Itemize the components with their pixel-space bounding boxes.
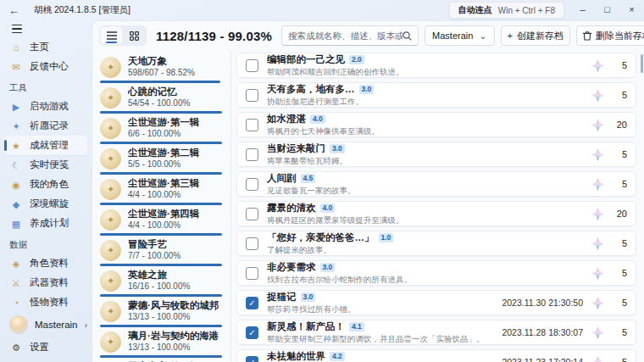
achievement-title: 新灵感！新产品！ [267,321,345,332]
gear-icon: ⚙ [9,341,23,354]
achievement-row[interactable]: ✓ 「您好，亲爱的爸爸…」1.0 了解提米的故事。 5 [236,231,636,256]
achievement-checkbox[interactable]: ✓ [246,297,258,309]
view-toggle [99,25,147,46]
achievement-description: 了解提米的故事。 [267,245,575,254]
achievement-description: 帮助阿茂和顺吉回到正确的创作轨道。 [267,67,575,76]
autoclick-button[interactable]: 自动连点 Win + Ctrl + F8 [449,2,564,19]
grid-view-button[interactable] [124,27,145,44]
achievement-checkbox[interactable]: ✓ [246,267,258,280]
sidebar-item-weapon-wiki[interactable]: ⚔ 武器资料 [4,273,87,292]
reward-count: 5 [613,179,627,189]
primogem-icon [591,59,604,72]
version-badge: 4.2 [330,352,345,361]
reward-count: 5 [613,357,627,362]
achievement-checkbox[interactable]: ✓ [246,326,258,339]
list-view-button[interactable] [101,27,122,44]
achievement-row[interactable]: ✓ 如水澄湛4.0 将枫丹的七天神像供奉至满级。 20 [236,112,636,137]
sidebar-item-spiral-abyss[interactable]: ◆ 深境螺旋 [4,194,87,214]
achievement-row[interactable]: ✓ 未祛魅的世界4.2 三次出让娜维娅随身结晶石给「浮船」商贩人。 2023.1… [236,349,636,362]
scrollbar-thumb[interactable] [641,54,643,73]
primogem-icon [591,89,604,102]
sidebar-item-feedback[interactable]: ✉ 反馈中心 [4,57,87,76]
sidebar-item-character-wiki[interactable]: ◈ 角色资料 [4,253,87,273]
achievement-checkbox[interactable]: ✓ [246,356,258,362]
chevron-right-icon: › [85,320,88,330]
category-progress: 4/4 - 100.00% [128,220,199,231]
category-item[interactable]: ✦ 元素专家·第一辑 21/21 - 100.00% [98,358,229,362]
achievement-checkbox[interactable]: ✓ [246,237,258,250]
achievement-title: 如水澄湛 [267,114,306,125]
category-item[interactable]: ✦ 尘世巡游·第一辑 6/6 - 100.00% [98,114,229,144]
sidebar-item-achievements[interactable]: ★ 成就管理 [4,136,87,155]
search-input[interactable] [288,31,402,41]
achievement-row[interactable]: ✓ 编辑部的一己之见2.0 帮助阿茂和顺吉回到正确的创作轨道。 5 [236,53,636,78]
achievement-row[interactable]: ✓ 露景的清欢4.0 将枫丹廷区的露景泉等级提升至满级。 20 [236,201,636,226]
achievement-description: 协助法伽尼进行测量工作。 [267,97,575,106]
category-item[interactable]: ✦ 心跳的记忆 54/54 - 100.00% [98,83,229,114]
category-icon: ✦ [100,179,121,200]
sidebar-item-wish-history[interactable]: ✦ 祈愿记录 [4,116,87,136]
category-name: 尘世巡游·第二辑 [128,148,199,159]
category-item[interactable]: ✦ 冒险手艺 7/7 - 100.00% [98,236,229,266]
version-badge: 4.0 [310,114,325,124]
achievement-title: 露景的清欢 [267,203,316,214]
character-wiki-icon: ◈ [9,257,23,270]
achievement-checkbox[interactable]: ✓ [246,208,258,220]
sidebar-item-monster-wiki[interactable]: ◔ 怪物资料 [4,292,87,312]
category-name: 尘世巡游·第一辑 [128,117,199,128]
nav-toggle-button[interactable] [6,24,30,34]
achievement-row[interactable]: ✓ 当财运来敲门3.0 将苹果酪带给瓦特姆。 5 [236,142,636,167]
category-item[interactable]: ✦ 璃月·岩与契约的海港 13/13 - 100.00% [98,327,229,358]
achievement-title: 未祛魅的世界 [267,351,325,362]
version-badge: 1.0 [379,233,394,242]
sidebar: ⌂ 主页 ✉ 反馈中心 工具 ▶ 启动游戏 ✦ 祈愿记录 ★ 成就管理 ☾ 实时… [0,20,92,362]
category-icon: ✦ [100,148,121,170]
search-box [281,25,419,46]
achievement-checkbox[interactable]: ✓ [246,119,258,131]
version-badge: 4.1 [349,322,364,331]
sidebar-item-my-characters[interactable]: ◉ 我的角色 [4,175,87,194]
achievement-row[interactable]: ✓ 新灵感！新产品！4.1 帮助安里研制三种新型的调饮，并且品尝一次「实验饮品」… [236,320,636,345]
autoclick-label: 自动连点 [458,4,492,16]
sidebar-item-launch-game[interactable]: ▶ 启动游戏 [4,97,87,116]
sidebar-item-settings[interactable]: ⚙ 设置 [4,337,87,357]
maximize-button[interactable]: □ [595,0,619,19]
chevron-down-icon: ⌄ [479,31,486,42]
achievement-checkbox[interactable]: ✓ [246,89,258,102]
achievement-row[interactable]: ✓ 非必要需求3.0 找到古拉布吉尔给小蛇制作的所有道具。 5 [236,260,636,286]
achievement-row[interactable]: ✓ 人间剧4.5 见证歌鲁瓦一家的故事。 5 [236,171,636,197]
wish-history-icon: ✦ [9,120,23,133]
minimize-button[interactable]: – [570,0,595,19]
achievement-description: 帮莎莉寻找过所有小猫。 [267,304,493,314]
category-item[interactable]: ✦ 尘世巡游·第四辑 4/4 - 100.00% [98,205,229,236]
achievement-row[interactable]: ✓ 天有多高，地有多…3.0 协助法伽尼进行测量工作。 5 [236,82,636,108]
achievement-checkbox[interactable]: ✓ [246,148,258,161]
achievement-checkbox[interactable]: ✓ [246,178,258,191]
delete-archive-button[interactable]: 删除当前存档 [576,25,644,46]
category-progress: 13/13 - 100.00% [128,343,219,353]
back-button[interactable]: ← [8,4,24,17]
user-card[interactable]: Masterain › [4,312,87,337]
realtime-notes-icon: ☾ [9,159,23,172]
sidebar-item-realtime-notes[interactable]: ☾ 实时便笺 [4,155,87,175]
achievement-row[interactable]: ✓ 捉猫记3.0 帮莎莉寻找过所有小猫。 2023.11.30 21:30:50… [236,290,636,315]
create-archive-button[interactable]: + 创建新存档 [501,25,570,46]
achievement-title: 天有多高，地有多… [267,84,355,95]
achievement-checkbox[interactable]: ✓ [246,59,258,72]
achievement-counter: 1128/1139 - 99.03% [156,29,272,43]
close-button[interactable]: × [619,0,644,19]
avatar [9,315,28,334]
category-item[interactable]: ✦ 天地万象 598/607 - 98.52% [98,53,229,83]
archive-name: Masterain [432,31,473,41]
category-item[interactable]: ✦ 英雄之旅 16/16 - 100.00% [98,266,229,297]
category-item[interactable]: ✦ 蒙德·风与牧歌的城邦 13/13 - 100.00% [98,297,229,327]
category-item[interactable]: ✦ 尘世巡游·第二辑 5/5 - 100.00% [98,144,229,175]
completion-timestamp: 2023.11.23 17:20:14 [502,357,583,362]
category-icon: ✦ [100,87,121,109]
achievement-title: 「您好，亲爱的爸爸…」 [267,232,375,243]
primogem-icon [591,208,604,220]
category-item[interactable]: ✦ 尘世巡游·第三辑 4/4 - 100.00% [98,175,229,205]
sidebar-item-cultivation-plan[interactable]: ▦ 养成计划 [4,214,87,233]
archive-dropdown[interactable]: Masterain ⌄ [425,25,495,46]
sidebar-item-home[interactable]: ⌂ 主页 [4,37,87,57]
